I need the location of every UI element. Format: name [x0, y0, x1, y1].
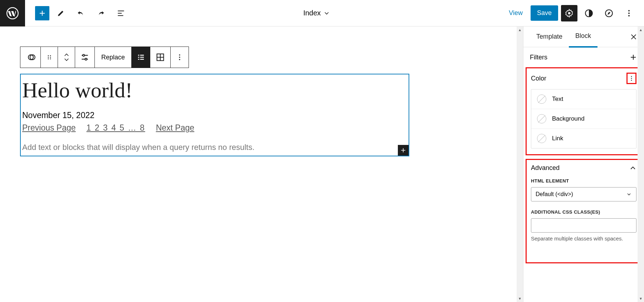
css-classes-help: Separate multiple classes with spaces. [531, 235, 636, 242]
tab-block[interactable]: Block [569, 26, 597, 48]
list-layout-icon [136, 52, 146, 62]
view-link[interactable]: View [504, 9, 528, 17]
svg-point-22 [631, 80, 632, 81]
document-title[interactable]: Index [130, 9, 504, 17]
color-panel: Color Text Background Link [526, 67, 642, 155]
svg-point-19 [179, 59, 180, 60]
color-link-label: Link [552, 135, 563, 142]
block-movers[interactable] [58, 47, 75, 68]
svg-point-20 [631, 76, 632, 77]
svg-point-14 [85, 58, 87, 60]
plus-icon [629, 53, 638, 62]
more-vertical-icon [625, 9, 633, 18]
editor-topbar: Index View Save [0, 0, 644, 26]
scroll-down-icon: ▼ [638, 297, 644, 301]
wordpress-logo[interactable] [0, 0, 25, 26]
sidebar-scrollbar[interactable]: ▲ ▼ [638, 26, 644, 302]
color-background-label: Background [552, 115, 585, 122]
block-type-button[interactable] [20, 47, 41, 68]
help-button[interactable] [600, 5, 618, 22]
undo-button[interactable] [72, 5, 89, 22]
more-vertical-icon [176, 53, 184, 61]
post-date[interactable]: November 15, 2022 [21, 109, 409, 122]
close-icon [630, 33, 638, 41]
svg-point-8 [50, 55, 51, 56]
svg-point-1 [568, 12, 571, 14]
list-view-button[interactable] [112, 5, 130, 22]
drag-icon [46, 52, 53, 62]
css-classes-input[interactable] [531, 218, 636, 233]
settings-button[interactable] [561, 5, 577, 21]
grid-layout-icon [155, 52, 165, 62]
chevron-up-icon [63, 52, 70, 57]
color-option-list: Text Background Link [531, 89, 636, 148]
svg-point-21 [631, 78, 632, 79]
redo-icon [96, 9, 106, 18]
pagination: Previous Page 1 2 3 4 5 … 8 Next Page [21, 122, 409, 134]
scroll-up-icon: ▲ [638, 28, 644, 32]
plus-icon [38, 9, 47, 18]
replace-label: Replace [101, 54, 125, 61]
svg-point-5 [628, 13, 630, 14]
svg-point-18 [179, 57, 180, 58]
compass-icon [604, 9, 614, 18]
undo-icon [76, 9, 86, 18]
no-results-placeholder[interactable]: Add text or blocks that will display whe… [21, 134, 409, 154]
tab-template[interactable]: Template [530, 26, 569, 47]
chevron-down-icon [626, 191, 632, 197]
options-button[interactable] [620, 5, 638, 22]
block-toolbar: Replace [20, 47, 189, 68]
styles-button[interactable] [580, 5, 597, 22]
list-tree-icon [116, 9, 126, 18]
empty-swatch-icon [537, 94, 546, 104]
color-link-row[interactable]: Link [531, 129, 636, 148]
topbar-left-tools [25, 5, 130, 22]
redo-button[interactable] [92, 5, 109, 22]
grid-layout-button[interactable] [150, 47, 171, 68]
scroll-up-icon: ▲ [517, 28, 523, 32]
document-title-text: Index [303, 9, 321, 17]
drag-handle[interactable] [41, 47, 58, 68]
query-loop-block[interactable]: Hello world! November 15, 2022 Previous … [20, 74, 409, 156]
chevron-up-icon [629, 165, 636, 172]
pagination-numbers[interactable]: 1 2 3 4 5 … 8 [87, 123, 145, 133]
color-text-row[interactable]: Text [531, 89, 636, 109]
edit-tool-button[interactable] [52, 5, 69, 22]
topbar-right-tools: View Save [504, 5, 644, 22]
chevron-down-icon [323, 10, 330, 17]
svg-point-11 [48, 58, 49, 59]
add-block-inline-button[interactable] [398, 145, 409, 156]
post-title[interactable]: Hello world! [21, 77, 409, 109]
pagination-prev[interactable]: Previous Page [22, 123, 76, 133]
collapse-advanced-button[interactable] [629, 165, 636, 172]
css-classes-label: ADDITIONAL CSS CLASS(ES) [531, 209, 636, 215]
replace-button[interactable]: Replace [95, 47, 132, 68]
add-filter-button[interactable] [629, 53, 638, 62]
more-vertical-icon [628, 75, 635, 82]
save-button[interactable]: Save [531, 5, 558, 21]
editor-canvas: Replace Hello world! November 15, 2022 P… [0, 26, 523, 302]
html-element-value: Default (<div>) [536, 191, 573, 198]
color-background-row[interactable]: Background [531, 109, 636, 129]
sidebar-tabs: Template Block [523, 26, 644, 47]
svg-point-7 [48, 55, 49, 56]
pagination-next[interactable]: Next Page [156, 123, 194, 133]
add-block-button[interactable] [35, 6, 49, 20]
contrast-icon [584, 9, 594, 18]
gear-icon [565, 9, 574, 18]
display-settings-button[interactable] [75, 47, 95, 68]
canvas-scrollbar[interactable]: ▲ ▼ [517, 26, 523, 302]
pencil-icon [57, 9, 65, 18]
plus-icon [400, 147, 407, 154]
color-options-button[interactable] [626, 73, 636, 84]
html-element-label: HTML ELEMENT [531, 178, 636, 184]
html-element-select[interactable]: Default (<div>) [531, 187, 636, 201]
svg-point-12 [50, 58, 51, 59]
wordpress-icon [6, 7, 19, 20]
settings-sidebar: Template Block Filters Color Text Backgr… [523, 26, 644, 302]
block-options-button[interactable] [171, 47, 189, 68]
close-sidebar-button[interactable] [630, 33, 638, 41]
svg-point-17 [179, 54, 180, 55]
list-layout-button[interactable] [132, 47, 150, 68]
svg-point-4 [628, 10, 630, 11]
